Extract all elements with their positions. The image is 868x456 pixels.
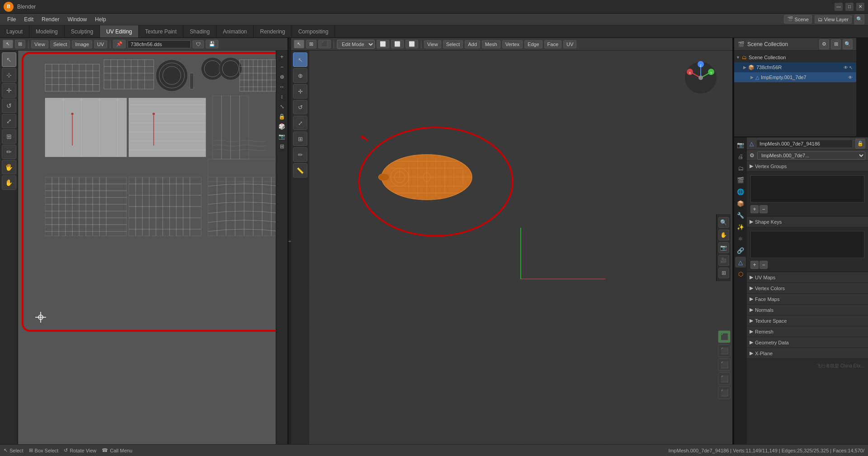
viewport-add-btn[interactable]: Add [465, 40, 480, 48]
shape-keys-section[interactable]: ▶ Shape Keys [747, 216, 868, 227]
outliner-search[interactable]: 🔍 [843, 39, 853, 49]
geometry-data-section[interactable]: ▶ Geometry Data [747, 337, 868, 348]
viewport-vertex-btn[interactable]: Vertex [502, 40, 523, 48]
pointer-icon[interactable]: ↖ [849, 65, 853, 70]
menu-window[interactable]: Window [64, 15, 90, 24]
props-tab-particles[interactable]: ✨ [735, 221, 746, 232]
v3d-tool-measure[interactable]: 📏 [293, 163, 307, 178]
viewport-display3[interactable]: ⬜ [406, 40, 418, 48]
viewport-canvas[interactable]: User Perspective (1) ImpMesh.000_7de7_94… [309, 51, 732, 444]
uv-tool-annotate[interactable]: ✏ [2, 145, 16, 159]
nav-persp-view[interactable]: ⬛ [718, 372, 731, 385]
uv-tool-rotate[interactable]: ↺ [2, 99, 16, 113]
props-tab-world[interactable]: 🌐 [735, 186, 746, 197]
nav-cam-view[interactable]: ⬛ [718, 386, 731, 399]
viewport-shade-solid[interactable]: ⬛ [318, 40, 331, 48]
props-tab-render[interactable]: 📷 [735, 139, 746, 150]
v3d-tool-cursor[interactable]: ⊕ [293, 68, 307, 83]
vertex-colors-section[interactable]: ▶ Vertex Colors [747, 283, 868, 294]
props-tab-output[interactable]: 🖨 [735, 151, 746, 162]
menu-help[interactable]: Help [91, 15, 110, 24]
outliner-object-1[interactable]: ▶ 📦 738cfm56R 👁 ↖ [734, 62, 856, 72]
props-tab-physics[interactable]: ⚛ [735, 233, 746, 244]
uv-select-mode-btn[interactable]: ↖ [3, 40, 13, 48]
props-tab-data[interactable]: △ [735, 257, 746, 268]
face-maps-section[interactable]: ▶ Face Maps [747, 294, 868, 305]
minimize-button[interactable]: — [835, 3, 843, 11]
v3d-zoom-in[interactable]: 🔍 [718, 217, 729, 228]
view-layer-selector[interactable]: 🗂 View Layer [815, 15, 852, 24]
uv-tool-cursor[interactable]: ⊹ [2, 68, 16, 82]
props-tab-scene[interactable]: 🎬 [735, 174, 746, 185]
viewport-select-btn[interactable]: Select [443, 40, 463, 48]
sk-add-btn[interactable]: + [750, 261, 759, 269]
uv-tool-scale[interactable]: ⤢ [2, 114, 16, 128]
nav-side-view[interactable]: ⬛ [718, 358, 731, 371]
close-button[interactable]: ✕ [856, 3, 864, 11]
v3d-camera-view[interactable]: 📷 [718, 242, 729, 253]
tab-rendering[interactable]: Rendering [254, 25, 292, 38]
uv-lock[interactable]: 🔒 [278, 112, 287, 121]
uv-zoom-in[interactable]: + [278, 52, 287, 61]
uv-camera[interactable]: 📷 [278, 132, 287, 141]
uv-mode-btn2[interactable]: ⊞ [15, 40, 25, 48]
menu-render[interactable]: Render [38, 15, 63, 24]
uv-image-btn[interactable]: Image [72, 40, 92, 48]
outliner-mesh-1[interactable]: ▶ △ ImpEmpty.001_7de7 👁 [734, 72, 856, 82]
search-button[interactable]: 🔍 [854, 14, 864, 24]
sk-remove-btn[interactable]: − [760, 261, 768, 269]
v3d-hand[interactable]: ✋ [718, 230, 729, 240]
uv-tool-select[interactable]: ↖ [2, 52, 16, 67]
nav-top-view[interactable]: ⬛ [718, 330, 731, 343]
outliner-filter[interactable]: ⚙ [819, 39, 829, 49]
title-bar-controls[interactable]: — □ ✕ [835, 3, 864, 11]
uv-select-btn[interactable]: Select [50, 40, 71, 48]
v3d-tool-rotate[interactable]: ↺ [293, 100, 307, 114]
uv-tool-sample[interactable]: 🖐 [2, 160, 16, 174]
uv-tool-grab[interactable]: ✋ [2, 175, 16, 190]
props-tab-material[interactable]: ⬡ [735, 268, 746, 279]
viewport-mode-btn[interactable]: ↖ [294, 40, 304, 48]
v3d-tool-annotate[interactable]: ✏ [293, 147, 307, 162]
uv-maps-section[interactable]: ▶ UV Maps [747, 272, 868, 283]
menu-edit[interactable]: Edit [20, 15, 37, 24]
tab-layout[interactable]: Layout [0, 25, 29, 38]
mesh-visibility-icon[interactable]: 👁 [848, 75, 853, 80]
filename-input[interactable] [127, 40, 191, 48]
texture-space-section[interactable]: ▶ Texture Space [747, 315, 868, 326]
uv-save-btn[interactable]: 💾 [206, 40, 218, 48]
maximize-button[interactable]: □ [845, 3, 854, 11]
tab-texture-paint[interactable]: Texture Paint [139, 25, 184, 38]
v3d-tool-select[interactable]: ↖ [293, 52, 307, 67]
tab-modeling[interactable]: Modeling [29, 25, 65, 38]
visibility-icon[interactable]: 👁 [844, 65, 848, 70]
viewport-view-btn[interactable]: View [424, 40, 441, 48]
viewport-edge-btn[interactable]: Edge [524, 40, 542, 48]
tab-animation[interactable]: Animation [217, 25, 254, 38]
remesh-section[interactable]: ▶ Remesh [747, 326, 868, 337]
vg-remove-btn[interactable]: − [760, 205, 768, 213]
v3d-render[interactable]: 🎥 [718, 255, 729, 266]
mesh-object-select[interactable]: ImpMesh.000_7de7... [757, 151, 865, 160]
uv-shield-btn[interactable]: 🛡 [193, 40, 204, 48]
viewport-face-btn[interactable]: Face [544, 40, 561, 48]
uv-pin-btn[interactable]: 📌 [113, 40, 126, 48]
uv-tool-move[interactable]: ✛ [2, 83, 16, 98]
v3d-tool-transform[interactable]: ⊞ [293, 132, 307, 146]
vertex-groups-section[interactable]: ▶ Vertex Groups [747, 161, 868, 172]
tab-uv-editing[interactable]: UV Editing [100, 25, 139, 38]
tab-sculpting[interactable]: Sculpting [65, 25, 100, 38]
uv-crosshair[interactable]: ⊕ [278, 72, 287, 81]
uv-move-h[interactable]: ↔ [278, 82, 287, 91]
scene-selector[interactable]: 🎬 Scene [784, 15, 812, 24]
mesh-name-input[interactable] [756, 140, 853, 148]
menu-file[interactable]: File [4, 15, 19, 24]
viewport-display2[interactable]: ⬜ [391, 40, 404, 48]
uv-expand[interactable]: ⤡ [278, 102, 287, 111]
viewport-shade-wire[interactable]: ⊞ [306, 40, 316, 48]
uv-tool-transform[interactable]: ⊞ [2, 129, 16, 144]
uv-move-v[interactable]: ↕ [278, 92, 287, 101]
props-tab-modifier[interactable]: 🔧 [735, 210, 746, 221]
props-tab-object[interactable]: 📦 [735, 198, 746, 209]
uv-view-btn[interactable]: View [31, 40, 48, 48]
